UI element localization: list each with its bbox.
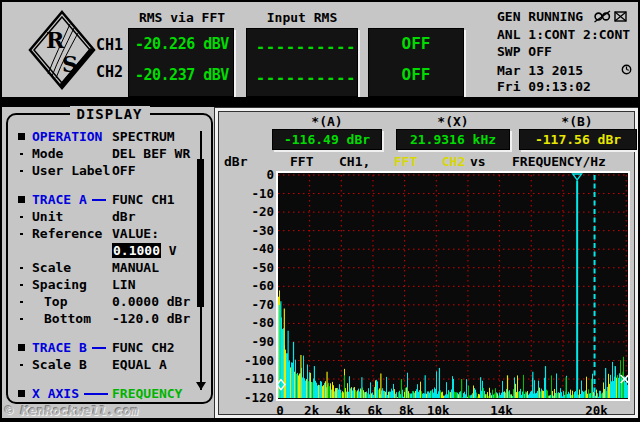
screen-border-bottom <box>0 418 640 422</box>
input-rms-ch1-dashes: ---------- <box>256 38 356 56</box>
menu-item-value[interactable]: -120.0 dBr <box>112 310 190 327</box>
axis-title-part: vs <box>470 154 486 169</box>
screen-border-left <box>0 0 2 422</box>
menu-item-scale[interactable]: ScaleMANUAL <box>8 259 204 276</box>
scrollbar-down-arrow-icon[interactable] <box>196 382 206 390</box>
ch1-rms-value: -20.226 dBV <box>135 35 229 53</box>
menu-item-mode[interactable]: ModeDEL BEF WR <box>8 145 204 162</box>
menu-item-top[interactable]: Top0.0000 dBr <box>8 293 204 310</box>
peak-triangle-marker-icon[interactable] <box>573 174 582 180</box>
menu-item-value[interactable]: SPECTRUM <box>112 128 175 145</box>
edit-field-highlighted[interactable]: 0.1000 <box>112 243 161 258</box>
y-tick-label: -110 <box>218 371 274 386</box>
menu-item-spacing[interactable]: SpacingLIN <box>8 276 204 293</box>
menu-item-label: Reference <box>32 225 102 242</box>
y-tick-label: -10 <box>218 186 274 201</box>
menu-scrollbar[interactable] <box>197 131 205 390</box>
aux-ch1-off: OFF <box>369 34 463 53</box>
section-bullet-icon <box>18 133 25 140</box>
menu-item-value[interactable]: FUNC CH2 <box>112 339 175 356</box>
menu-item-value[interactable]: LIN <box>112 276 135 293</box>
y-tick-label: -50 <box>218 260 274 275</box>
item-dot-icon <box>20 364 23 366</box>
x-tick-label: 0 <box>262 403 298 418</box>
gen-status: GEN RUNNING <box>497 9 583 24</box>
anl-status: ANL 1:CONT 2:CONT <box>497 27 630 42</box>
menu-item-value[interactable]: DEL BEF WR <box>112 145 190 162</box>
menu-item-value[interactable]: FREQUENCY <box>112 385 182 402</box>
y-tick-label: -60 <box>218 278 274 293</box>
meter2-title: Input RMS <box>250 10 354 25</box>
meter1-title: RMS via FFT <box>132 10 232 25</box>
menu-item-value[interactable]: 0.1000 V <box>112 242 177 259</box>
menu-item-x-axis[interactable]: X AXISFREQUENCY <box>8 385 204 402</box>
menu-item-operation[interactable]: OPERATIONSPECTRUM <box>8 128 204 145</box>
menu-item-value[interactable]: MANUAL <box>112 259 159 276</box>
section-bullet-icon <box>18 196 25 203</box>
axis-title-part: FREQUENCY/Hz <box>512 154 606 169</box>
axis-title-part: CH2 <box>442 154 465 169</box>
cursor-x-label: *(X) <box>396 114 510 129</box>
menu-item-label: Unit <box>32 208 63 225</box>
menu-item-value[interactable]: 0.0000 dBr <box>112 293 190 310</box>
axis-title-part: FFT <box>394 154 417 169</box>
item-dot-icon <box>20 216 23 218</box>
menu-item-label: TRACE A <box>32 191 87 208</box>
headphones-off-icon <box>594 10 611 23</box>
x-tick-label: 6k <box>357 403 393 418</box>
x-tick-label: 4k <box>325 403 361 418</box>
menu-spacer <box>8 179 204 191</box>
swp-status: SWP OFF <box>497 44 552 59</box>
logo-letter-s: S <box>62 51 78 77</box>
menu-item-label: OPERATION <box>32 128 102 145</box>
menu-item-value[interactable]: OFF <box>112 162 135 179</box>
cursor-x-readout: 21.9316 kHz <box>396 129 510 150</box>
menu-item-label: User Label <box>32 162 110 179</box>
y-tick-label: -30 <box>218 223 274 238</box>
menu-item-value[interactable]: VALUE: <box>112 225 159 242</box>
item-dot-icon <box>20 153 23 155</box>
menu-item-label: Scale B <box>32 356 87 373</box>
input-rms-readout-box: ---------- ---------- <box>246 28 358 97</box>
watermark: © KenRockwell.com <box>5 403 138 418</box>
menu-item-value[interactable]: dBr <box>112 208 135 225</box>
menu-item-label: Top <box>44 293 67 310</box>
menu-item-0-1000[interactable]: 0.1000 V <box>8 242 204 259</box>
x-tick-label: 8k <box>389 403 425 418</box>
x-tick-label: 2k <box>294 403 330 418</box>
y-tick-label: 0 <box>218 167 274 182</box>
menu-item-unit[interactable]: UnitdBr <box>8 208 204 225</box>
menu-item-user-label[interactable]: User LabelOFF <box>8 162 204 179</box>
aux-ch2-off: OFF <box>369 65 463 84</box>
x-tick-label: 20k <box>579 403 615 418</box>
menu-item-scale-b[interactable]: Scale BEQUAL A <box>8 356 204 373</box>
menu-item-reference[interactable]: ReferenceVALUE: <box>8 225 204 242</box>
cursor-a-label: *(A) <box>272 114 382 129</box>
dash-connector <box>92 199 106 201</box>
axis-title-part: FFT <box>290 154 313 169</box>
display-menu-panel: DISPLAY OPERATIONSPECTRUMModeDEL BEF WRU… <box>6 113 213 404</box>
monitor-off-icon <box>613 10 628 23</box>
scrollbar-thumb[interactable] <box>197 159 204 307</box>
y-tick-label: -80 <box>218 315 274 330</box>
aux-readout-box: OFF OFF <box>368 28 464 97</box>
menu-item-value[interactable]: FUNC CH1 <box>112 191 175 208</box>
date-label: Mar 13 2015 <box>497 63 583 78</box>
cursor-a-readout: -116.49 dBr <box>272 129 382 150</box>
item-dot-icon <box>20 301 23 303</box>
x-axis-labels: 02k4k6k8k10k14k20k <box>278 403 630 417</box>
menu-item-trace-b[interactable]: TRACE BFUNC CH2 <box>8 339 204 356</box>
menu-item-label: Bottom <box>44 310 91 327</box>
spectrum-plot <box>276 171 630 401</box>
menu-item-trace-a[interactable]: TRACE AFUNC CH1 <box>8 191 204 208</box>
item-dot-icon <box>20 267 23 269</box>
menu-item-bottom[interactable]: Bottom-120.0 dBr <box>8 310 204 327</box>
dash-connector <box>92 347 106 349</box>
menu-item-label: TRACE B <box>32 339 87 356</box>
y-tick-label: -40 <box>218 241 274 256</box>
screen-border-top <box>0 0 640 2</box>
menu-spacer <box>8 373 204 385</box>
spectrum-chart-panel: *(A) *(X) *(B) -116.49 dBr 21.9316 kHz -… <box>215 108 638 418</box>
chart-axis-title: dBrFFTCH1,FFTCH2vsFREQUENCY/Hz <box>218 154 635 169</box>
menu-item-value[interactable]: EQUAL A <box>112 356 167 373</box>
